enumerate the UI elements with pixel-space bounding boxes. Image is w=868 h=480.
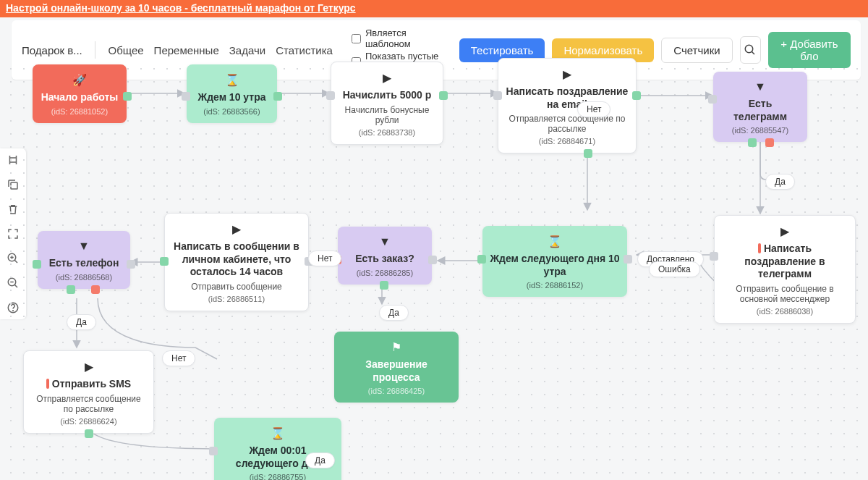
node-ids: (idS: 26886568) (45, 273, 123, 282)
search-icon (744, 43, 757, 56)
node-ids: (idS: 26885547) (720, 126, 800, 135)
port-in[interactable] (493, 91, 502, 100)
port-yes[interactable] (67, 285, 75, 294)
play-icon: ▶ (722, 224, 848, 238)
filter-icon: ▼ (45, 240, 123, 253)
node-ids: (idS: 26886511) (172, 295, 301, 303)
node-title: Завершение процесса (341, 358, 451, 384)
tab-stats[interactable]: Статистика (274, 43, 334, 58)
port-in[interactable] (127, 260, 135, 269)
port-out[interactable] (85, 429, 93, 438)
node-send-sms[interactable]: ▶ Отправить SMS Отправляется сообщение п… (23, 350, 154, 434)
play-icon: ▶ (506, 67, 629, 81)
svg-line-1 (752, 51, 754, 54)
edge-label-yes: Да (305, 452, 335, 468)
node-title: Отправить SMS (31, 378, 146, 391)
node-title: Ждем следующего дня 10 утра (490, 253, 620, 278)
node-wait-0001[interactable]: ⌛ Ждем 00:01 следующего дня (idS: 268867… (214, 418, 341, 480)
port-in[interactable] (428, 256, 437, 264)
node-title: Ждем 10 утра (194, 91, 270, 104)
edge-label-no: Нет (162, 350, 195, 366)
node-title: Есть телеграмм (720, 98, 800, 123)
node-wait-next-day[interactable]: ⌛ Ждем следующего дня 10 утра (idS: 2688… (482, 226, 627, 297)
node-title: Начало работы (40, 91, 119, 104)
port-no[interactable] (91, 285, 100, 294)
port-out-b[interactable] (584, 149, 592, 158)
node-ids: (idS: 26883566) (194, 107, 270, 116)
separator (95, 41, 95, 59)
port-yes[interactable] (748, 138, 757, 147)
node-has-telegram[interactable]: ▼ Есть телеграмм (idS: 26885547) (713, 72, 807, 142)
node-title: Написать поздравление в телеграмм (722, 243, 848, 281)
edge-label-yes: Да (765, 174, 795, 190)
filter-icon: ▼ (720, 80, 800, 93)
play-icon: ▶ (339, 71, 435, 85)
hourglass-icon: ⌛ (221, 426, 334, 440)
promo-banner[interactable]: Настрой онлайн-школу за 10 часов - беспл… (0, 0, 868, 17)
node-wait-10[interactable]: ⌛ Ждем 10 утра (idS: 26883566) (187, 64, 277, 123)
port-out[interactable] (632, 91, 641, 100)
process-title[interactable]: Подарок в... (22, 44, 83, 56)
port-out[interactable] (160, 257, 169, 266)
rocket-icon: 🚀 (40, 73, 119, 87)
node-sub: Отправляется сообщение по рассылке (31, 394, 146, 414)
node-ids: (idS: 26886038) (722, 307, 848, 316)
node-sub: Отправить сообщение (172, 282, 301, 292)
port-out[interactable] (439, 91, 448, 100)
node-title: Есть заказ? (345, 253, 425, 266)
node-sub: Начислить бонусные рубли (339, 105, 435, 125)
port-no[interactable] (765, 138, 774, 147)
tab-general[interactable]: Общее (106, 43, 145, 58)
port-in[interactable] (326, 91, 335, 100)
port-in[interactable] (209, 447, 218, 455)
port-out-l[interactable] (33, 260, 41, 269)
node-title: Написать в сообщении в личном кабинете, … (172, 240, 301, 279)
hourglass-icon: ⌛ (490, 235, 620, 248)
hourglass-icon: ⌛ (194, 73, 270, 87)
edge-label-no: Нет (308, 250, 341, 266)
port-in[interactable] (708, 95, 717, 104)
node-has-order[interactable]: ▼ Есть заказ? (idS: 26886285) (338, 227, 432, 285)
tab-tasks[interactable]: Задачи (228, 43, 267, 58)
port-out[interactable] (273, 92, 282, 101)
play-icon: ▶ (31, 360, 146, 374)
node-has-phone[interactable]: ▼ Есть телефон (idS: 26886568) (38, 231, 130, 289)
node-ids: (idS: 26883738) (339, 128, 435, 137)
node-telegram-greet[interactable]: ▶ Написать поздравление в телеграмм Отпр… (714, 215, 856, 324)
svg-point-0 (745, 45, 753, 53)
node-email-greet[interactable]: ▶ Написать поздравление на email Отправл… (498, 58, 637, 153)
node-ids: (idS: 26881052) (40, 107, 119, 116)
node-ids: (idS: 26886285) (345, 269, 425, 277)
port-in[interactable] (182, 92, 190, 101)
port-out[interactable] (477, 255, 486, 264)
port-in[interactable] (710, 252, 718, 261)
node-sub: Отправляется сообщение по рассылке (506, 114, 629, 134)
edge-label-no: Нет (577, 101, 610, 117)
play-icon: ▶ (172, 222, 301, 236)
node-sub: Отправить сообщение в основной мессендже… (722, 284, 848, 304)
node-ids: (idS: 26886755) (221, 473, 334, 480)
node-ids: (idS: 26884671) (506, 137, 629, 146)
node-finish[interactable]: ⚑ Завершение процесса (idS: 26886425) (334, 332, 459, 403)
node-title: Начислить 5000 р (339, 89, 435, 102)
node-ids: (idS: 26886425) (341, 387, 451, 395)
node-charge[interactable]: ▶ Начислить 5000 р Начислить бонусные ру… (331, 62, 443, 145)
node-write-14h[interactable]: ▶ Написать в сообщении в личном кабинете… (164, 213, 309, 311)
port-yes[interactable] (380, 281, 388, 290)
edge-label-error: Ошибка (649, 261, 700, 277)
checkbox-template[interactable]: Является шаблоном (352, 28, 445, 49)
flag-icon: ⚑ (341, 340, 451, 354)
port-out[interactable] (123, 92, 132, 101)
port-in[interactable] (624, 255, 632, 264)
node-start[interactable]: 🚀 Начало работы (idS: 26881052) (33, 64, 127, 123)
edge-label-yes: Да (67, 314, 96, 330)
filter-icon: ▼ (345, 235, 425, 248)
node-title: Есть телефон (45, 257, 123, 270)
tab-variables[interactable]: Переменные (153, 43, 221, 58)
flow-canvas[interactable]: 🚀 Начало работы (idS: 26881052) ⌛ Ждем 1… (0, 58, 868, 480)
edge-label-yes: Да (379, 305, 409, 321)
node-ids: (idS: 26886624) (31, 417, 146, 426)
node-ids: (idS: 26886152) (490, 281, 620, 290)
